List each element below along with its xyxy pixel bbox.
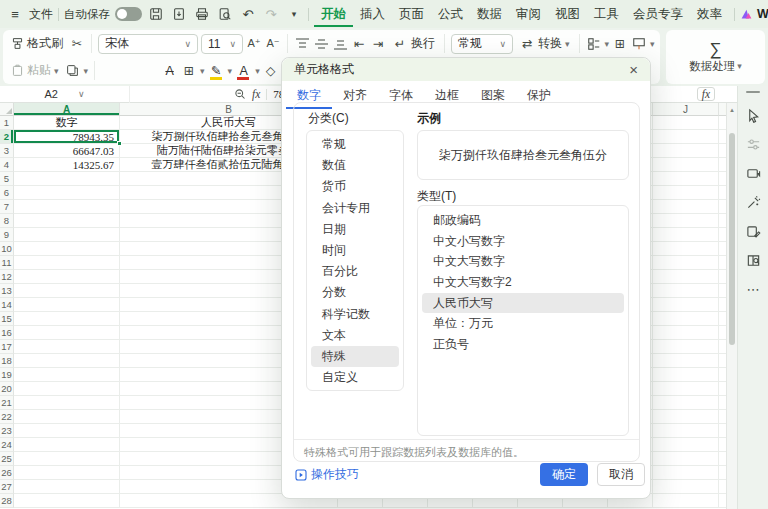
select-all-corner[interactable] [0, 103, 14, 116]
cell-A27[interactable] [14, 480, 120, 494]
cell-J2[interactable] [653, 130, 719, 144]
cell-A12[interactable] [14, 270, 120, 284]
cell-J10[interactable] [653, 242, 719, 256]
cell-A23[interactable] [14, 424, 120, 438]
row-header-11[interactable]: 11 [0, 256, 14, 270]
category-item[interactable]: 日期 [311, 219, 399, 240]
row-header-7[interactable]: 7 [0, 200, 14, 214]
menu-tab-视图[interactable]: 视图 [548, 2, 587, 27]
sidebar-collapse-handle[interactable] [746, 91, 760, 93]
row-header-25[interactable]: 25 [0, 452, 14, 466]
cell-A25[interactable] [14, 452, 120, 466]
tips-link[interactable]: 操作技巧 [295, 466, 359, 483]
row-header-22[interactable]: 22 [0, 410, 14, 424]
reference-search-icon[interactable] [744, 251, 762, 269]
cell-A16[interactable] [14, 326, 120, 340]
row-header-24[interactable]: 24 [0, 438, 14, 452]
menu-tab-页面[interactable]: 页面 [392, 2, 431, 27]
format-painter-button[interactable]: 格式刷 [8, 34, 66, 53]
row-header-4[interactable]: 4 [0, 158, 14, 172]
menu-tab-插入[interactable]: 插入 [353, 2, 392, 27]
quick-access-chevron-icon[interactable]: ▾ [285, 5, 303, 23]
category-item[interactable]: 自定义 [311, 367, 399, 388]
scrollbar-thumb[interactable] [729, 133, 735, 345]
menu-tab-审阅[interactable]: 审阅 [509, 2, 548, 27]
cut-icon[interactable]: ✂ [69, 36, 85, 52]
cell-J19[interactable] [653, 368, 719, 382]
row-header-19[interactable]: 19 [0, 368, 14, 382]
ok-button[interactable]: 确定 [540, 463, 588, 486]
cell-J5[interactable] [653, 172, 719, 186]
cell-A1[interactable]: 数字 [14, 116, 120, 130]
font-name-select[interactable]: 宋体∨ [98, 34, 198, 54]
category-item[interactable]: 时间 [311, 240, 399, 261]
cell-A18[interactable] [14, 354, 120, 368]
row-header-5[interactable]: 5 [0, 172, 14, 186]
cell-A4[interactable]: 14325.67 [14, 158, 120, 172]
fill-handle[interactable] [117, 141, 122, 146]
cell-J1[interactable] [653, 116, 719, 130]
row-header-20[interactable]: 20 [0, 382, 14, 396]
number-format-select[interactable]: 常规∨ [451, 34, 513, 54]
document-edit-icon[interactable] [744, 222, 762, 240]
cell-J17[interactable] [653, 340, 719, 354]
scroll-up-icon[interactable]: ▴ [727, 103, 737, 116]
wps-ai-button[interactable]: WPS AI [740, 7, 768, 21]
cell-J6[interactable] [653, 186, 719, 200]
selection-pane-icon[interactable] [744, 164, 762, 182]
vertical-scrollbar[interactable]: ▴ [726, 103, 737, 509]
menu-tab-开始[interactable]: 开始 [314, 2, 353, 27]
cell-A22[interactable] [14, 410, 120, 424]
type-item[interactable]: 中文大写数字 [422, 251, 624, 272]
fx-panel-toggle[interactable]: fx [697, 87, 715, 101]
cell-A6[interactable] [14, 186, 120, 200]
more-options-icon[interactable]: ⋯ [744, 280, 762, 298]
dialog-close-icon[interactable]: × [629, 62, 638, 77]
cell-J3[interactable] [653, 144, 719, 158]
row-header-8[interactable]: 8 [0, 214, 14, 228]
cell-A5[interactable] [14, 172, 120, 186]
copy-icon[interactable] [65, 63, 81, 79]
cell-A28[interactable] [14, 494, 120, 508]
cell-J26[interactable] [653, 466, 719, 480]
cell-J21[interactable] [653, 396, 719, 410]
cell-A3[interactable]: 66647.03 [14, 144, 120, 158]
data-process-button[interactable]: ∑ 数据处理 ▾ [666, 30, 765, 84]
row-header-9[interactable]: 9 [0, 228, 14, 242]
category-item[interactable]: 文本 [311, 325, 399, 346]
category-item[interactable]: 分数 [311, 282, 399, 303]
type-item[interactable]: 邮政编码 [422, 210, 624, 231]
cell-A20[interactable] [14, 382, 120, 396]
cell-J23[interactable] [653, 424, 719, 438]
row-header-18[interactable]: 18 [0, 354, 14, 368]
row-header-16[interactable]: 16 [0, 326, 14, 340]
category-item[interactable]: 会计专用 [311, 198, 399, 219]
row-header-6[interactable]: 6 [0, 186, 14, 200]
cell-A7[interactable] [14, 200, 120, 214]
cell-A21[interactable] [14, 396, 120, 410]
italic-button[interactable] [121, 62, 138, 80]
cell-J15[interactable] [653, 312, 719, 326]
group-cells-icon[interactable] [586, 36, 602, 52]
export-icon[interactable] [170, 5, 188, 23]
cell-A8[interactable] [14, 214, 120, 228]
column-header-J[interactable]: J [653, 103, 719, 116]
menu-tab-工具[interactable]: 工具 [587, 2, 626, 27]
row-header-10[interactable]: 10 [0, 242, 14, 256]
row-header-27[interactable]: 27 [0, 480, 14, 494]
save-icon[interactable] [147, 5, 165, 23]
type-item[interactable]: 人民币大写 [422, 293, 624, 314]
cell-A9[interactable] [14, 228, 120, 242]
menu-tab-公式[interactable]: 公式 [431, 2, 470, 27]
cell-A24[interactable] [14, 438, 120, 452]
print-icon[interactable] [193, 5, 211, 23]
print-preview-icon[interactable] [216, 5, 234, 23]
cell-J11[interactable] [653, 256, 719, 270]
cell-A26[interactable] [14, 466, 120, 480]
row-header-21[interactable]: 21 [0, 396, 14, 410]
cell-J4[interactable] [653, 158, 719, 172]
dialog-header[interactable]: 单元格格式 × [282, 58, 650, 81]
decrease-indent-icon[interactable]: ⇤ [351, 36, 367, 52]
category-item[interactable]: 科学记数 [311, 304, 399, 325]
align-middle-icon[interactable] [313, 36, 329, 52]
